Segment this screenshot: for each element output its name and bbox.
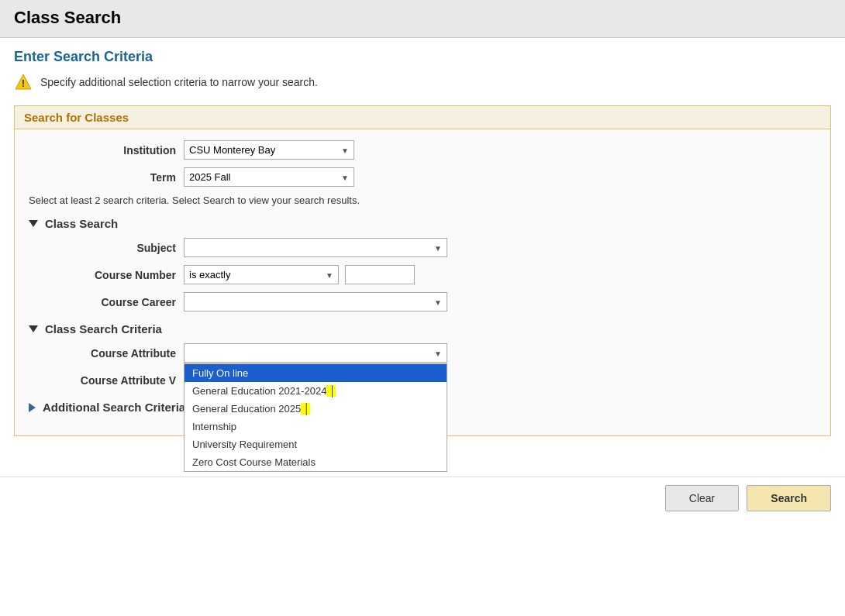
course-career-label: Course Career — [29, 296, 184, 308]
class-search-subsection-label: Class Search — [45, 217, 118, 230]
institution-row: Institution CSU Monterey Bay — [29, 140, 816, 160]
class-search-subsection: Class Search Subject Course Number — [29, 217, 816, 311]
subject-select[interactable] — [184, 238, 447, 257]
search-for-classes-header: Search for Classes — [15, 106, 830, 129]
warning-box: ! Specify additional selection criteria … — [14, 73, 831, 91]
svg-text:!: ! — [22, 77, 25, 89]
course-career-row: Course Career — [29, 292, 816, 311]
dropdown-item-zero-cost[interactable]: Zero Cost Course Materials — [185, 453, 447, 471]
page-title-bar: Class Search — [0, 0, 845, 38]
warning-icon: ! — [14, 73, 33, 91]
term-row: Term 2025 Fall — [29, 167, 816, 187]
class-search-criteria-label: Class Search Criteria — [45, 322, 162, 336]
subject-row: Subject — [29, 238, 816, 257]
dropdown-item-university-req[interactable]: University Requirement — [185, 435, 447, 453]
subject-label: Subject — [29, 242, 184, 254]
course-number-inputs: is exactly — [184, 265, 415, 284]
collapse-criteria-triangle-icon — [29, 325, 38, 332]
course-attribute-select-wrapper[interactable]: Fully On line General Education 2021-202… — [184, 343, 447, 363]
warning-message: Specify additional selection criteria to… — [40, 76, 318, 88]
search-hint: Select at least 2 search criteria. Selec… — [29, 194, 816, 206]
course-number-operator-wrapper[interactable]: is exactly — [184, 265, 339, 284]
course-number-operator-select[interactable]: is exactly — [184, 265, 339, 284]
institution-select-wrapper[interactable]: CSU Monterey Bay — [184, 140, 354, 160]
term-label: Term — [29, 171, 184, 184]
course-attribute-container: Fully On line General Education 2021-202… — [184, 343, 447, 363]
course-number-label: Course Number — [29, 269, 184, 281]
bottom-buttons: Clear Search — [0, 477, 845, 519]
dropdown-item-internship[interactable]: Internship — [185, 418, 447, 435]
course-attribute-dropdown[interactable]: Fully On line General Education 2021-202… — [184, 363, 447, 472]
institution-label: Institution — [29, 144, 184, 157]
collapse-triangle-icon — [29, 220, 38, 227]
search-for-classes-body: Institution CSU Monterey Bay Term 2025 F… — [15, 129, 830, 435]
class-search-criteria-title[interactable]: Class Search Criteria — [29, 322, 816, 336]
institution-select[interactable]: CSU Monterey Bay — [184, 140, 354, 160]
course-attribute-select[interactable]: Fully On line General Education 2021-202… — [184, 343, 447, 363]
main-content: Enter Search Criteria ! Specify addition… — [0, 38, 845, 461]
class-search-criteria-subsection: Class Search Criteria Course Attribute F… — [29, 322, 816, 390]
dropdown-item-ge-2021-2024[interactable]: General Education 2021-2024 │ — [185, 382, 447, 400]
dropdown-item-fully-online[interactable]: Fully On line — [185, 364, 447, 382]
subject-select-wrapper[interactable] — [184, 238, 447, 257]
course-attribute-label: Course Attribute — [29, 347, 184, 360]
dropdown-item-ge-2025[interactable]: General Education 2025 │ — [185, 400, 447, 418]
course-attribute-row: Course Attribute Fully On line General E… — [29, 343, 816, 363]
clear-button[interactable]: Clear — [665, 485, 739, 511]
additional-search-criteria-label: Additional Search Criteria — [43, 401, 185, 414]
term-select-wrapper[interactable]: 2025 Fall — [184, 167, 354, 187]
search-button[interactable]: Search — [747, 485, 831, 511]
expand-additional-icon — [29, 403, 36, 412]
page-title: Class Search — [14, 8, 831, 28]
class-search-subsection-title[interactable]: Class Search — [29, 217, 816, 230]
term-select[interactable]: 2025 Fall — [184, 167, 354, 187]
course-career-select-wrapper[interactable] — [184, 292, 447, 311]
section-header: Enter Search Criteria — [14, 49, 831, 65]
course-number-row: Course Number is exactly — [29, 265, 816, 284]
search-for-classes-section: Search for Classes Institution CSU Monte… — [14, 105, 831, 436]
course-career-select[interactable] — [184, 292, 447, 311]
course-number-input[interactable] — [345, 265, 415, 284]
course-attribute-value-label: Course Attribute V — [29, 374, 184, 387]
